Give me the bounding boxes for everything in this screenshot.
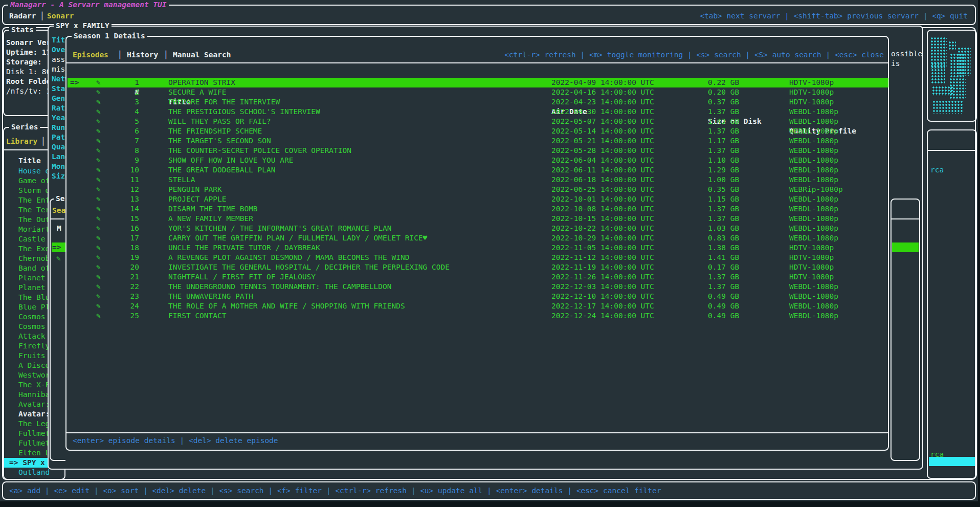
seasons-panel-title: Se (54, 194, 66, 204)
episode-row[interactable]: ✎ 24 THE ROLE OF A MOTHER AND WIFE / SHO… (68, 301, 888, 311)
episode-row[interactable]: ✎ 20 INVESTIGATE THE GENERAL HOSPITAL / … (68, 262, 888, 272)
monitored-icon: ✎ (96, 253, 101, 262)
episode-number: 24 (119, 301, 139, 311)
seasons-panel-right-sliver (890, 199, 920, 461)
series-detail-label: Statu (52, 84, 67, 94)
episode-size: 0.20 GB (708, 87, 739, 97)
episode-title: THE GREAT DODGEBALL PLAN (168, 165, 276, 175)
episode-quality: WEBDL-1080p (789, 107, 838, 117)
episode-row[interactable]: ✎ 6 THE FRIENDSHIP SCHEME 2022-05-14 14:… (68, 126, 888, 136)
series-detail-label: Overv (52, 45, 67, 55)
episode-row[interactable]: ✎ 10 THE GREAT DODGEBALL PLAN 2022-06-11… (68, 165, 888, 175)
episode-row[interactable]: ✎ 22 THE UNDERGROUND TENNIS TOURNAMENT: … (68, 282, 888, 292)
episode-row[interactable]: ✎ 19 A REVENGE PLOT AGAINST DESMOND / MA… (68, 253, 888, 262)
episode-row[interactable]: ✎ 7 THE TARGET'S SECOND SON 2022-05-21 1… (68, 136, 888, 146)
series-detail-label: Year: (52, 113, 67, 123)
episode-row[interactable]: ✎ 21 NIGHTFALL / FIRST FIT OF JEALOUSY 2… (68, 272, 888, 282)
episode-air-date: 2022-04-16 14:00:00 UTC (551, 87, 654, 97)
episode-number: 5 (119, 117, 139, 126)
episode-title: PENGUIN PARK (168, 185, 222, 194)
episode-row[interactable]: ✎ 15 A NEW FAMILY MEMBER 2022-10-15 14:0… (68, 214, 888, 224)
selected-arrow: => (70, 78, 79, 87)
episode-quality: WEBDL-1080p (789, 165, 838, 175)
episode-title: NIGHTFALL / FIRST FIT OF JEALOUSY (168, 272, 316, 282)
episode-title: DISARM THE TIME BOMB (168, 204, 258, 214)
clipped-text-top: rca (930, 165, 944, 175)
app-frame: Managarr - A Servarr management TUI Rada… (2, 5, 976, 25)
episode-row[interactable]: ✎ 9 SHOW OFF HOW IN LOVE YOU ARE 2022-06… (68, 156, 888, 165)
seasons-separator (892, 218, 919, 219)
library-tab[interactable]: Library (6, 137, 37, 146)
episode-quality: WEBDL-1080p (789, 233, 838, 243)
episode-air-date: 2022-04-30 14:00:00 UTC (551, 107, 654, 117)
episode-row[interactable]: ✎ 3 PREPARE FOR THE INTERVIEW 2022-04-23… (68, 97, 888, 107)
episode-row[interactable]: ✎ 13 PROJECT APPLE 2022-10-01 14:00:00 U… (68, 194, 888, 204)
episode-row[interactable]: ✎ 12 PENGUIN PARK 2022-06-25 14:00:00 UT… (68, 185, 888, 194)
app-title: Managarr - A Servarr management TUI (8, 0, 169, 10)
episode-air-date: 2022-10-01 14:00:00 UTC (551, 194, 654, 204)
seasons-tab[interactable]: Sea (52, 206, 65, 215)
monitored-icon: ✎ (96, 301, 101, 311)
episode-title: PROJECT APPLE (168, 194, 227, 204)
bottom-keybind-bar: <a> add | <e> edit | <o> sort | <del> de… (2, 481, 976, 500)
tab-separator: │ (164, 50, 168, 60)
episode-number: 22 (119, 282, 139, 292)
tab-radarr[interactable]: Radarr (9, 11, 36, 21)
series-details-title: SPY x FAMILY (54, 21, 112, 31)
episode-row[interactable]: ✎ 23 THE UNWAVERING PATH 2022-12-10 14:0… (68, 292, 888, 301)
episode-number: 2 (119, 87, 139, 97)
episode-quality: WEBDL-1080p (789, 175, 838, 185)
episode-size: 1.43 GB (708, 117, 739, 126)
tab-history[interactable]: History (127, 50, 158, 60)
episode-row[interactable]: ✎ 8 THE COUNTER-SECRET POLICE COVER OPER… (68, 146, 888, 156)
footer-separator (66, 432, 888, 433)
episode-row[interactable]: ✎ 25 FIRST CONTACT 2022-12-24 14:00:00 U… (68, 311, 888, 321)
episode-row[interactable]: ✎ 17 CARRY OUT THE GRIFFIN PLAN / FULLME… (68, 233, 888, 243)
monitored-icon: ✎ (96, 204, 101, 214)
episode-size: 0.49 GB (708, 292, 739, 301)
episode-air-date: 2022-11-19 14:00:00 UTC (551, 262, 654, 272)
episode-row[interactable]: ✎ 14 DISARM THE TIME BOMB 2022-10-08 14:… (68, 204, 888, 214)
season-details-popup: Season 1 Details Episodes │ History │ Ma… (65, 36, 889, 451)
series-detail-label: Netwo (52, 74, 67, 84)
episode-title: UNCLE THE PRIVATE TUTOR / DAYBREAK (168, 243, 320, 253)
series-detail-label: Ratin (52, 103, 67, 113)
episode-number: 18 (119, 243, 139, 253)
episode-size: 1.37 GB (708, 107, 739, 117)
episode-air-date: 2022-06-11 14:00:00 UTC (551, 165, 654, 175)
episode-air-date: 2022-12-17 14:00:00 UTC (551, 301, 654, 311)
selected-season-row[interactable]: => (52, 243, 65, 252)
episode-title: PREPARE FOR THE INTERVIEW (168, 97, 280, 107)
episode-row[interactable]: ✎ 11 STELLA 2022-06-18 14:00:00 UTC 1.00… (68, 175, 888, 185)
episode-size: 1.15 GB (708, 194, 739, 204)
series-detail-label: Monit (52, 162, 67, 171)
episode-number: 17 (119, 233, 139, 243)
episode-air-date: 2022-10-22 14:00:00 UTC (551, 224, 654, 233)
series-detail-label: missi (52, 64, 67, 74)
stats-title: Stats (9, 25, 36, 35)
tab-sonarr[interactable]: Sonarr (47, 11, 74, 21)
episode-row[interactable]: ✎ 5 WILL THEY PASS OR FAIL? 2022-05-07 1… (68, 117, 888, 126)
season-footer-keybinds: <enter> episode details | <del> delete e… (73, 436, 278, 446)
library-tab-cursor: │ (41, 137, 46, 146)
tab-manual-search[interactable]: Manual Search (173, 50, 231, 60)
episode-quality: WEBRip-1080p (789, 185, 843, 194)
episode-row[interactable]: ✎ 18 UNCLE THE PRIVATE TUTOR / DAYBREAK … (68, 243, 888, 253)
episode-number: 14 (119, 204, 139, 214)
episode-row[interactable]: ✎ 4 THE PRESTIGIOUS SCHOOL'S INTERVIEW 2… (68, 107, 888, 117)
episode-quality: WEBDL-1080p (789, 292, 838, 301)
episode-row[interactable]: ✎ 16 YOR'S KITCHEN / THE INFORMANT'S GRE… (68, 224, 888, 233)
episode-row[interactable]: ✎ 2 SECURE A WIFE 2022-04-16 14:00:00 UT… (68, 87, 888, 97)
episode-size: 1.37 GB (708, 272, 739, 282)
tab-episodes[interactable]: Episodes (73, 50, 108, 60)
monitored-icon: ✎ (96, 214, 101, 224)
season-popup-keybinds: <ctrl-r> refresh | <m> toggle monitoring… (504, 50, 884, 60)
monitored-icon: ✎ (96, 185, 101, 194)
seasons-panel-left-sliver: Se Sea M => ✎ (50, 199, 65, 461)
selected-arrow: => (52, 243, 61, 252)
episode-quality: WEBDL-1080p (789, 136, 838, 146)
episode-title: THE UNDERGROUND TENNIS TOURNAMENT: THE C… (168, 282, 392, 292)
episode-quality: HDTV-1080p (789, 78, 834, 87)
episode-row[interactable]: => ✎ 1 OPERATION STRIX 2022-04-09 14:00:… (68, 78, 888, 87)
episode-number: 25 (119, 311, 139, 321)
